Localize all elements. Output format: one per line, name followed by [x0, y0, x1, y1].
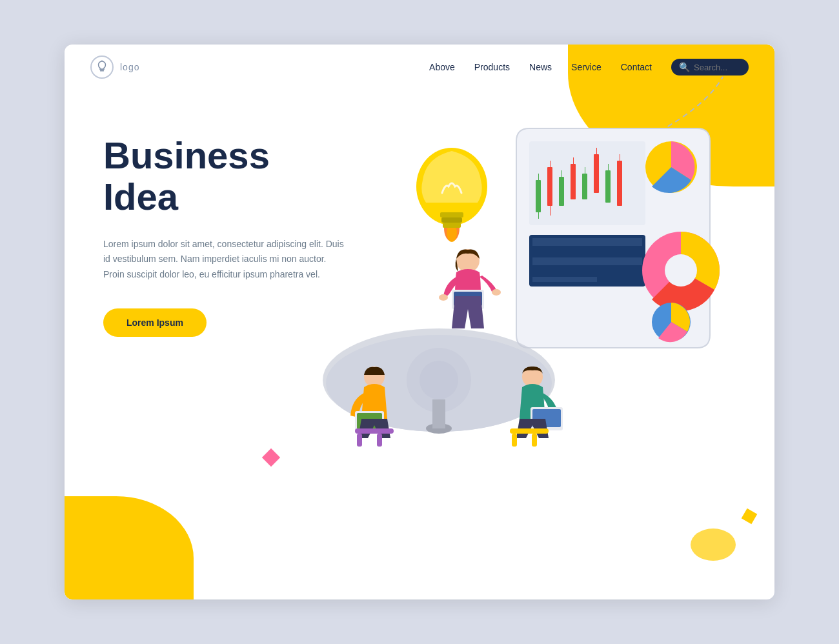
main-content: Business Idea Lorem ipsum dolor sit amet…	[90, 96, 749, 574]
logo-icon	[90, 55, 114, 79]
nav-item-service[interactable]: Service	[571, 62, 601, 72]
nav-item-above[interactable]: Above	[429, 62, 455, 72]
svg-rect-0	[100, 69, 105, 70]
hero-description: Lorem ipsum dolor sit amet, consectetur …	[103, 237, 349, 283]
svg-rect-1	[100, 70, 104, 72]
nav-item-contact[interactable]: Contact	[621, 62, 652, 72]
header: logo Above Products News Service Contact…	[65, 45, 774, 90]
search-input[interactable]	[694, 63, 745, 72]
main-nav: Above Products News Service Contact 🔍	[429, 59, 749, 75]
left-content: Business Idea Lorem ipsum dolor sit amet…	[103, 135, 349, 337]
nav-item-products[interactable]: Products	[474, 62, 510, 72]
nav-item-news[interactable]: News	[529, 62, 552, 72]
logo-text: logo	[120, 62, 139, 72]
page-wrapper: logo Above Products News Service Contact…	[65, 45, 774, 599]
search-icon: 🔍	[679, 62, 690, 72]
logo-area: logo	[90, 55, 139, 79]
page-title: Business Idea	[103, 135, 349, 217]
search-box[interactable]: 🔍	[671, 59, 749, 75]
cta-button[interactable]: Lorem Ipsum	[103, 308, 207, 337]
